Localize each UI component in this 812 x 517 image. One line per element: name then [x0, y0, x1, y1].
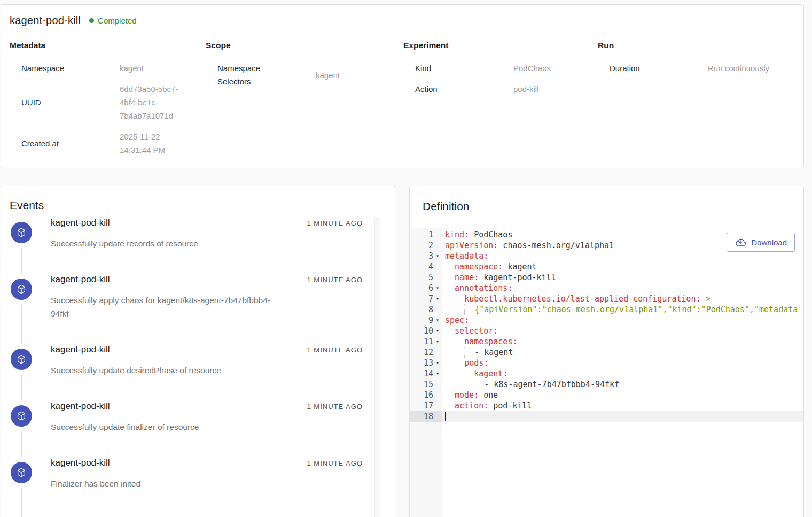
event-name: kagent-pod-kill: [51, 344, 110, 356]
gutter-cell: 17: [410, 400, 442, 411]
code-line[interactable]: 15 - k8s-agent-7b47bfbbb4-94fkf: [410, 379, 803, 390]
fold-arrow-icon[interactable]: ▾: [433, 368, 442, 379]
fold-arrow-icon[interactable]: ▾: [433, 294, 442, 304]
code-line[interactable]: 18: [410, 411, 803, 422]
line-number: 11: [410, 336, 433, 347]
gutter-cell: 4: [410, 261, 442, 272]
gutter-cell: 2: [410, 240, 442, 251]
summary-section-scope: ScopeNamespace Selectorskagent: [206, 41, 403, 164]
gutter-cell: 1: [410, 229, 442, 240]
code-line[interactable]: 8 {"apiVersion":"chaos-mesh.org/v1alpha1…: [410, 304, 803, 315]
code-line[interactable]: 6▾ annotations:: [410, 283, 803, 294]
summary-section-metadata: MetadataNamespacekagentUUID6dd73a50-5bc7…: [10, 41, 206, 164]
event-timestamp: 1 MINUTE AGO: [307, 275, 363, 285]
section-rows: NamespacekagentUUID6dd73a50-5bc7- 4bf4-b…: [10, 61, 206, 157]
field-label: Namespace: [21, 61, 120, 75]
gutter-cell: 8: [410, 304, 442, 315]
line-number: 8: [410, 304, 433, 315]
fold-arrow-icon[interactable]: ▾: [433, 283, 442, 294]
line-number: 12: [410, 347, 433, 358]
gutter-cell: 3▾: [410, 251, 442, 261]
code-line[interactable]: 14▾ kagent:: [410, 368, 803, 379]
line-number: 7: [410, 294, 433, 304]
code-line[interactable]: 7▾ kubectl.kubernetes.io/last-applied-co…: [410, 294, 803, 304]
field-label: Namespace Selectors: [217, 61, 316, 88]
gutter-cell: 15: [410, 379, 442, 390]
code-text: - k8s-agent-7b47bfbbb4-94fkf: [442, 379, 803, 390]
fold-spacer: [433, 261, 442, 272]
summary-sections: MetadataNamespacekagentUUID6dd73a50-5bc7…: [10, 41, 795, 164]
field-value: Run continuously: [708, 61, 795, 75]
gutter-cell: 7▾: [410, 294, 442, 304]
section-rows: Namespace Selectorskagent: [206, 61, 403, 88]
code-line[interactable]: 13▾ pods:: [410, 358, 803, 368]
code-line[interactable]: 17 action: pod-kill: [410, 400, 803, 411]
code-line[interactable]: 10▾ selector:: [410, 326, 803, 336]
code-line[interactable]: 4 namespace: kagent: [410, 261, 803, 272]
line-number: 6: [410, 283, 433, 294]
page-title: kagent-pod-kill: [10, 14, 81, 27]
events-list: kagent-pod-kill1 MINUTE AGOSuccessfully …: [1, 217, 381, 517]
field-label: Created at: [21, 137, 120, 150]
line-number: 1: [410, 229, 433, 240]
yaml-editor[interactable]: 1kind: PodChaos2apiVersion: chaos-mesh.o…: [410, 228, 803, 517]
fold-spacer: [433, 400, 442, 411]
events-scrollbar[interactable]: [374, 217, 380, 517]
field-value: kagent: [316, 68, 403, 82]
download-button[interactable]: Download: [727, 233, 795, 252]
event-timestamp: 1 MINUTE AGO: [307, 402, 363, 412]
fold-arrow-icon[interactable]: ▾: [433, 336, 442, 347]
event-head: kagent-pod-kill1 MINUTE AGO: [51, 344, 363, 356]
code-line[interactable]: 12 - kagent: [410, 347, 803, 358]
line-number: 3: [410, 251, 433, 261]
event-timestamp: 1 MINUTE AGO: [307, 219, 363, 228]
section-rows: DurationRun continuously: [598, 61, 795, 75]
fold-spacer: [433, 390, 442, 400]
event-item: kagent-pod-kill1 MINUTE AGOSuccessfully …: [1, 344, 381, 377]
code-text: [442, 411, 803, 422]
field-row: Created at2025-11-22 14:31:44 PM: [21, 130, 206, 157]
code-line[interactable]: 9▾spec:: [410, 315, 803, 326]
gutter-cell: 16: [410, 390, 442, 400]
code-text: kagent:: [442, 368, 803, 379]
fold-arrow-icon[interactable]: ▾: [433, 358, 442, 368]
event-message: Successfully update records of resource: [51, 237, 280, 250]
code-text: {"apiVersion":"chaos-mesh.org/v1alpha1",…: [442, 304, 803, 315]
event-head: kagent-pod-kill1 MINUTE AGO: [51, 457, 363, 469]
events-panel: Events kagent-pod-kill1 MINUTE AGOSucces…: [1, 186, 395, 517]
event-timestamp: 1 MINUTE AGO: [307, 345, 363, 355]
code-line[interactable]: 16 mode: one: [410, 390, 803, 400]
code-line[interactable]: 3▾metadata:: [410, 251, 803, 261]
fold-arrow-icon[interactable]: ▾: [433, 326, 442, 336]
event-name: kagent-pod-kill: [51, 217, 110, 229]
event-content: kagent-pod-kill1 MINUTE AGOSuccessfully …: [51, 274, 363, 320]
gutter-cell: 13▾: [410, 358, 442, 368]
status-label: Completed: [98, 16, 137, 25]
code-line[interactable]: 11▾ namespaces:: [410, 336, 803, 347]
fold-arrow-icon[interactable]: ▾: [433, 251, 442, 261]
code-text: pods:: [442, 358, 803, 368]
code-text: - kagent: [442, 347, 803, 358]
field-label: Duration: [610, 61, 708, 75]
code-line[interactable]: 5 name: kagent-pod-kill: [410, 272, 803, 283]
field-value: pod-kill: [513, 82, 598, 96]
fold-arrow-icon[interactable]: ▾: [433, 315, 442, 326]
event-name: kagent-pod-kill: [51, 457, 110, 469]
field-value: 2025-11-22 14:31:44 PM: [120, 130, 206, 157]
line-number: 18: [410, 411, 433, 422]
definition-panel: Definition Download 1kind: PodChaos2apiV…: [409, 186, 804, 517]
event-item: kagent-pod-kill1 MINUTE AGOFinalizer has…: [1, 457, 381, 490]
event-content: kagent-pod-kill1 MINUTE AGOSuccessfully …: [51, 344, 363, 377]
code-text: namespaces:: [442, 336, 803, 347]
cube-icon: [11, 462, 32, 483]
field-row: UUID6dd73a50-5bc7- 4bf4-be1c- 7b4ab7a107…: [21, 82, 206, 122]
gutter-cell: 9▾: [410, 315, 442, 326]
code-text: kubectl.kubernetes.io/last-applied-confi…: [442, 294, 803, 304]
cube-icon: [11, 349, 32, 370]
field-value: PodChaos: [513, 61, 598, 75]
line-number: 9: [410, 315, 433, 326]
event-content: kagent-pod-kill1 MINUTE AGOFinalizer has…: [51, 457, 363, 490]
section-title: Experiment: [403, 41, 598, 50]
event-message: Successfully apply chaos for kagent/k8s-…: [51, 294, 280, 320]
event-message: Successfully update finalizer of resourc…: [51, 420, 280, 434]
